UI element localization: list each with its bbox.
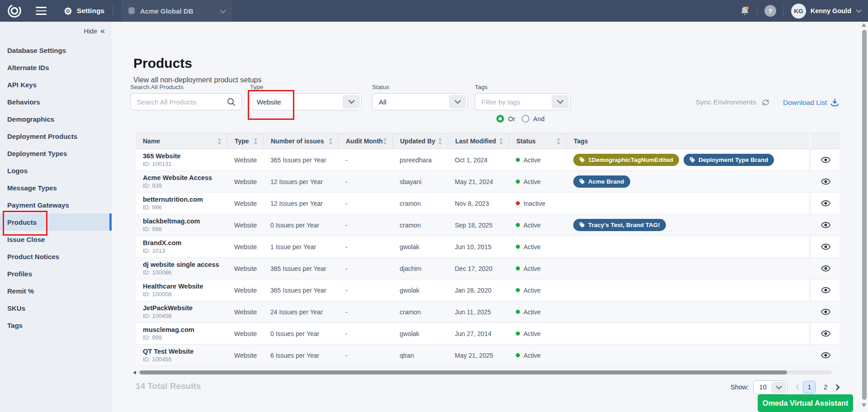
pager: 1 2 (793, 381, 842, 393)
sidebar-item-payment-gateways[interactable]: Payment Gateways (0, 196, 112, 213)
sidebar-item-product-notices[interactable]: Product Notices (0, 248, 112, 265)
eye-icon[interactable] (821, 243, 830, 250)
type-select[interactable]: Website (250, 93, 362, 110)
sidebar-item-deployment-types[interactable]: Deployment Types (0, 145, 112, 162)
view-product-button[interactable] (809, 301, 840, 322)
column-header-type[interactable]: Type (227, 133, 263, 149)
sidebar-hide-toggle[interactable]: Hide « (84, 28, 105, 35)
vertical-scrollbar-thumb[interactable] (862, 30, 867, 400)
database-name: Acme Global DB (140, 7, 193, 15)
page-size-select[interactable]: 10 (753, 380, 788, 394)
view-product-button[interactable] (809, 236, 840, 257)
sidebar-item-issue-close[interactable]: Issue Close (0, 231, 112, 248)
view-product-button[interactable] (809, 171, 840, 192)
download-list-button[interactable]: Download List (783, 98, 839, 107)
eye-icon[interactable] (821, 330, 830, 337)
eye-icon[interactable] (821, 200, 830, 207)
sync-environments-button[interactable]: Sync Environments (696, 98, 770, 106)
database-switcher[interactable]: Acme Global DB (121, 0, 232, 22)
view-product-button[interactable] (809, 193, 840, 214)
horizontal-scrollbar[interactable] (133, 369, 834, 375)
total-results: 14 Total Results (136, 381, 201, 391)
sidebar-item-message-types[interactable]: Message Types (0, 179, 112, 196)
column-header-name[interactable]: Name (136, 133, 227, 149)
sidebar-item-deployment-products[interactable]: Deployment Products (0, 128, 112, 145)
notifications-bell-icon[interactable] (740, 6, 750, 16)
tags-select[interactable] (475, 93, 571, 110)
column-header-updated-by[interactable]: Updated By (392, 133, 448, 149)
audit-month-cell: - (338, 149, 392, 170)
eye-icon[interactable] (821, 265, 830, 272)
user-menu[interactable]: KG Kenny Gould (791, 4, 862, 19)
product-id: ID: 100458 (143, 313, 172, 319)
page-button-2[interactable]: 2 (819, 381, 832, 393)
tags-filter-group: Tags (475, 84, 571, 110)
hamburger-menu-icon[interactable] (36, 7, 47, 15)
top-bar: ⚙ Settings Acme Global DB (0, 0, 868, 22)
tags-cell: 1DemographicTagNumEditedDeployment Type … (566, 149, 809, 170)
status-cell: Active (509, 171, 566, 192)
search-input[interactable] (131, 98, 227, 106)
page-button-1[interactable]: 1 (803, 381, 816, 393)
scroll-up-arrow-icon[interactable] (862, 23, 866, 27)
sidebar-item-behaviors[interactable]: Behaviors (0, 93, 112, 110)
eye-icon[interactable] (821, 178, 830, 185)
scroll-left-arrow-icon[interactable] (133, 371, 136, 374)
sidebar-item-products[interactable]: Products (0, 213, 112, 231)
column-header-last-modified[interactable]: Last Modified (448, 133, 509, 149)
updated-by-cell: cramon (392, 193, 448, 214)
product-name: musclemag.com (143, 326, 194, 333)
sidebar-item-alternate-ids[interactable]: Alternate IDs (0, 59, 112, 76)
view-product-button[interactable] (809, 323, 840, 344)
view-product-button[interactable] (809, 214, 840, 236)
table-row: betternutrition.comID: 996Website12 Issu… (136, 193, 840, 214)
column-header-tags[interactable]: Tags (566, 133, 809, 149)
sidebar-item-skus[interactable]: SKUs (0, 299, 112, 317)
product-name: 365 Website (143, 152, 181, 160)
help-icon[interactable]: ? (764, 5, 776, 17)
scroll-down-arrow-icon[interactable] (862, 403, 866, 407)
view-product-button[interactable] (809, 258, 840, 279)
tags-filter-input[interactable] (475, 98, 552, 106)
sidebar-item-api-keys[interactable]: API Keys (0, 76, 112, 93)
or-radio[interactable] (496, 115, 504, 123)
eye-icon[interactable] (821, 352, 830, 359)
tag-pill: Acme Brand (573, 175, 630, 188)
sidebar-item-remit-percent[interactable]: Remit % (0, 282, 112, 299)
sidebar-item-demographics[interactable]: Demographics (0, 110, 112, 128)
updated-by-cell: qtran (392, 345, 448, 366)
eye-icon[interactable] (821, 308, 830, 315)
page-size-value: 10 (754, 384, 771, 391)
collapse-chevrons-icon: « (100, 27, 105, 35)
product-name: blackbeltmag.com (143, 218, 200, 225)
view-product-button[interactable] (809, 279, 840, 301)
last-modified-cell: Dec 17, 2020 (448, 258, 509, 279)
column-header-number-of-issues[interactable]: Number of issues (263, 133, 338, 149)
view-product-button[interactable] (809, 149, 840, 170)
eye-icon[interactable] (821, 156, 830, 163)
previous-page-icon[interactable] (793, 382, 801, 392)
status-select[interactable]: All (372, 93, 468, 110)
next-page-icon[interactable] (834, 382, 842, 393)
column-header-audit-month[interactable]: Audit Month (338, 133, 392, 149)
product-name-cell: BrandX.comID: 1013 (136, 236, 227, 257)
sidebar-item-logos[interactable]: Logos (0, 162, 112, 179)
and-radio[interactable] (522, 115, 529, 123)
settings-label: Settings (77, 7, 104, 15)
view-product-button[interactable] (809, 345, 840, 366)
product-name-cell: Acme Website AccessID: 939 (136, 171, 227, 192)
audit-month-cell: - (338, 193, 392, 214)
sort-icon (217, 138, 222, 145)
omeda-virtual-assistant-button[interactable]: Omeda Virtual Assistant (758, 394, 853, 412)
sidebar-item-tags[interactable]: Tags (0, 317, 112, 334)
table-row: dj website single accessID: 100086Websit… (136, 258, 840, 279)
status-cell: Active (509, 301, 566, 322)
eye-icon[interactable] (821, 222, 830, 228)
column-header-status[interactable]: Status (509, 133, 566, 149)
sidebar-item-database-settings[interactable]: Database Settings (0, 42, 112, 59)
settings-nav[interactable]: ⚙ Settings (64, 6, 104, 16)
sidebar-item-profiles[interactable]: Profiles (0, 265, 112, 282)
download-icon (830, 98, 839, 107)
horizontal-scrollbar-thumb[interactable] (140, 370, 787, 374)
eye-icon[interactable] (821, 287, 830, 294)
